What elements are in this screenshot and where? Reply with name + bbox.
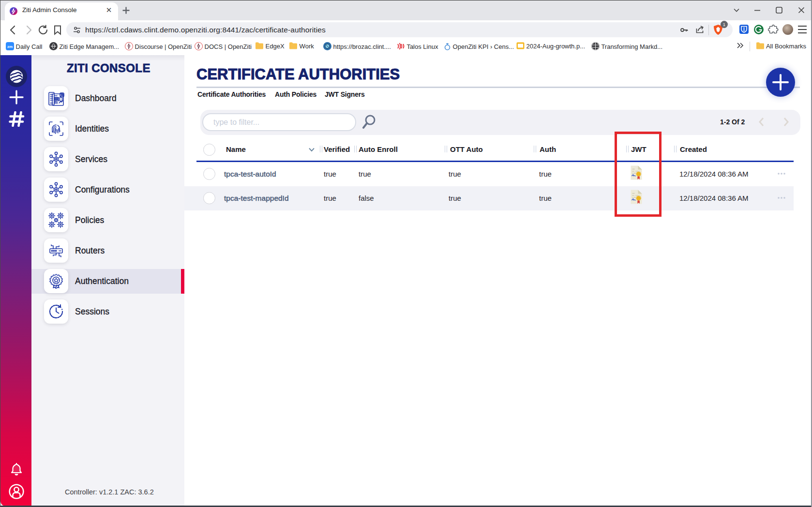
svg-text:zm: zm [7, 45, 13, 49]
